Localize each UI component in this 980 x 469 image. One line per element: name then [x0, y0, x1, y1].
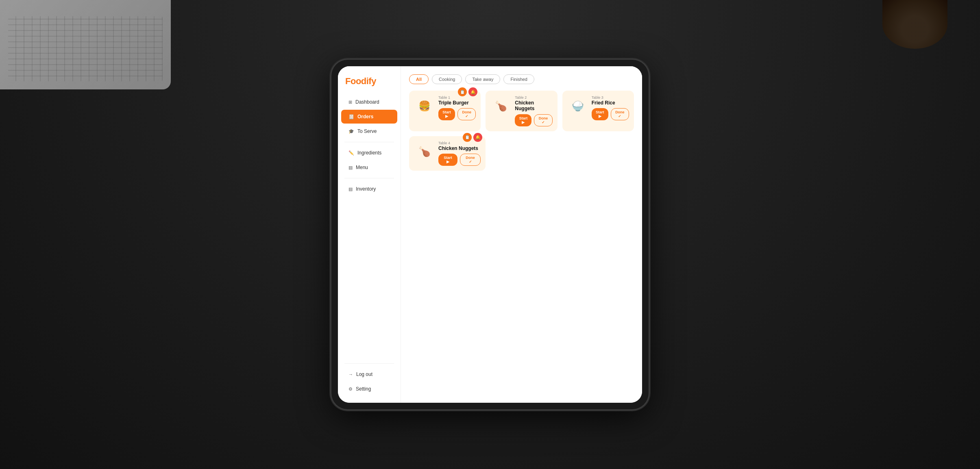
start-button-3[interactable]: Start ▶	[592, 108, 608, 120]
card-actions-1: Start ▶ Done ✓	[438, 108, 476, 120]
orders-icon: 🧾	[348, 114, 354, 119]
card-content-2: 🍗 Table 2 Chicken Nuggets Start ▶ Done ✓	[490, 96, 552, 126]
card-badges-4: 📋 🔔	[463, 133, 482, 142]
start-button-4[interactable]: Start ▶	[438, 154, 457, 166]
sidebar-item-logout[interactable]: → Log out	[341, 367, 397, 381]
sidebar-item-menu[interactable]: ▤ Menu	[341, 161, 397, 174]
food-name-1: Triple Burger	[438, 100, 476, 106]
app-logo: Foodify	[338, 76, 401, 95]
sidebar-item-inventory[interactable]: ▤ Inventory	[341, 182, 397, 196]
laptop-decoration	[0, 0, 171, 89]
food-image-4: 🍗	[414, 141, 435, 162]
nav-divider-2	[344, 178, 394, 178]
setting-icon: ⚙	[348, 386, 353, 392]
food-image-1: 🍔	[414, 96, 435, 117]
filter-row: All Cooking Take away Finished	[409, 74, 634, 84]
orders-grid: 📋 🔔 🍔 Table 1 Triple Burger Start ▶ Done…	[409, 91, 634, 131]
done-button-4[interactable]: Done ✓	[460, 154, 481, 166]
card-actions-4: Start ▶ Done ✓	[438, 154, 481, 166]
food-image-3: 🍚	[567, 96, 588, 117]
logout-icon: →	[348, 372, 353, 377]
nav-divider-1	[344, 142, 394, 142]
card-content-1: 🍔 Table 1 Triple Burger Start ▶ Done ✓	[414, 96, 476, 120]
tablet-device: Foodify ⊞ Dashboard 🧾 Orders 🎓 To Serve …	[331, 60, 649, 409]
sidebar: Foodify ⊞ Dashboard 🧾 Orders 🎓 To Serve …	[338, 66, 401, 403]
dashboard-icon: ⊞	[348, 100, 352, 105]
card-info-3: Table 3 Fried Rice Start ▶ Done ✓	[592, 96, 629, 120]
order-card-4: 📋 🔔 🍗 Table 4 Chicken Nuggets Start ▶ Do…	[409, 136, 486, 171]
inventory-icon: ▤	[348, 187, 353, 192]
menu-icon: ▤	[348, 165, 353, 170]
badge-bell-4: 🔔	[473, 133, 482, 142]
sidebar-item-ingredients[interactable]: ✏️ Ingredients	[341, 146, 397, 160]
done-button-1[interactable]: Done ✓	[457, 108, 476, 120]
food-name-4: Chicken Nuggets	[438, 145, 481, 151]
filter-takeaway[interactable]: Take away	[465, 74, 500, 84]
card-badges-1: 📋 🔔	[458, 87, 477, 96]
main-content: All Cooking Take away Finished 📋 🔔 🍔	[401, 66, 642, 403]
card-content-4: 🍗 Table 4 Chicken Nuggets Start ▶ Done ✓	[414, 141, 481, 166]
tablet-screen: Foodify ⊞ Dashboard 🧾 Orders 🎓 To Serve …	[338, 66, 642, 403]
order-card-3: 🍚 Table 3 Fried Rice Start ▶ Done ✓	[562, 91, 634, 131]
sidebar-item-setting[interactable]: ⚙ Setting	[341, 382, 397, 396]
badge-clipboard-4: 📋	[463, 133, 472, 142]
filter-cooking[interactable]: Cooking	[432, 74, 462, 84]
ingredients-icon: ✏️	[348, 150, 354, 156]
nav-divider-3	[344, 363, 394, 364]
table-label-2: Table 2	[515, 96, 552, 100]
card-actions-2: Start ▶ Done ✓	[515, 114, 552, 126]
done-button-2[interactable]: Done ✓	[534, 114, 552, 126]
food-image-2: 🍗	[490, 96, 512, 117]
badge-clipboard-1: 📋	[458, 87, 467, 96]
start-button-2[interactable]: Start ▶	[515, 114, 531, 126]
order-card-1: 📋 🔔 🍔 Table 1 Triple Burger Start ▶ Done…	[409, 91, 481, 131]
keyboard-decoration	[8, 16, 163, 81]
order-card-2: 🍗 Table 2 Chicken Nuggets Start ▶ Done ✓	[486, 91, 557, 131]
food-name-2: Chicken Nuggets	[515, 100, 552, 112]
orders-row2: 📋 🔔 🍗 Table 4 Chicken Nuggets Start ▶ Do…	[409, 136, 634, 171]
filter-all[interactable]: All	[409, 74, 429, 84]
coffee-decoration	[882, 0, 947, 49]
food-name-3: Fried Rice	[592, 100, 629, 106]
table-label-3: Table 3	[592, 96, 629, 100]
card-info-2: Table 2 Chicken Nuggets Start ▶ Done ✓	[515, 96, 552, 126]
card-actions-3: Start ▶ Done ✓	[592, 108, 629, 120]
badge-bell-1: 🔔	[468, 87, 477, 96]
start-button-1[interactable]: Start ▶	[438, 108, 455, 120]
sidebar-item-dashboard[interactable]: ⊞ Dashboard	[341, 95, 397, 109]
card-info-1: Table 1 Triple Burger Start ▶ Done ✓	[438, 96, 476, 120]
card-content-3: 🍚 Table 3 Fried Rice Start ▶ Done ✓	[567, 96, 629, 120]
sidebar-item-to-serve[interactable]: 🎓 To Serve	[341, 124, 397, 138]
card-info-4: Table 4 Chicken Nuggets Start ▶ Done ✓	[438, 141, 481, 166]
sidebar-item-orders[interactable]: 🧾 Orders	[341, 110, 397, 124]
filter-finished[interactable]: Finished	[503, 74, 534, 84]
toserve-icon: 🎓	[348, 129, 354, 134]
done-button-3[interactable]: Done ✓	[611, 108, 629, 120]
